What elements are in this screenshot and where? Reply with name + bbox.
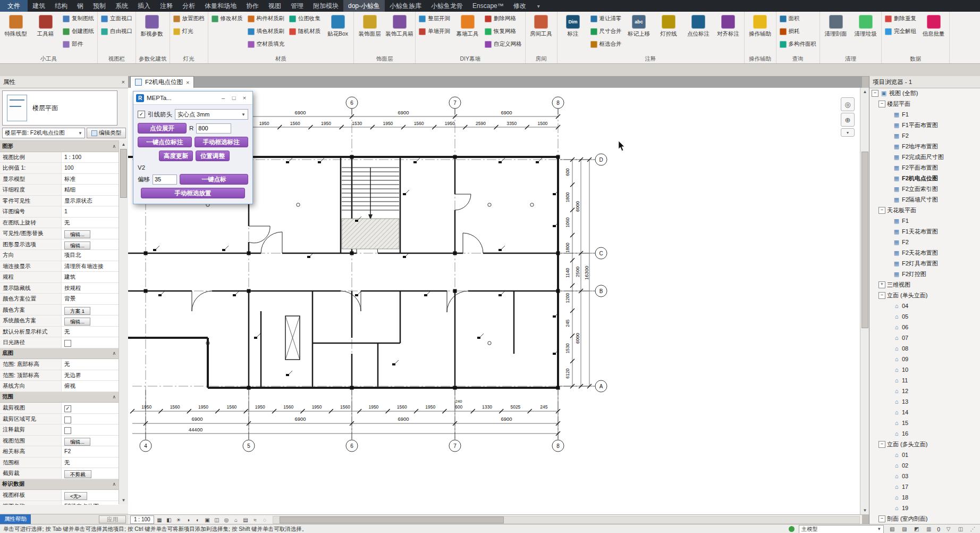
finish-toolbox-button[interactable]: 装饰工具箱 xyxy=(385,12,414,49)
tree-expander-icon[interactable]: − xyxy=(872,90,878,97)
property-value[interactable]: F2机电点位图 xyxy=(62,501,119,505)
scroll-down-icon[interactable]: ▼ xyxy=(860,506,869,514)
property-value[interactable]: 无边界 xyxy=(62,370,119,381)
crop-view-icon[interactable]: ▣ xyxy=(203,516,212,524)
delete-duplicate-button[interactable]: 删除重复 xyxy=(883,12,918,25)
property-section-header[interactable]: 图形∧ xyxy=(0,141,119,152)
wall-opening-button[interactable]: 单墙开洞 xyxy=(417,25,452,38)
property-edit-button[interactable]: 编辑... xyxy=(64,230,90,238)
property-edit-button[interactable]: 编辑... xyxy=(64,318,90,326)
ribbon-tab[interactable]: dop-小鲸鱼 xyxy=(343,0,385,12)
tree-item[interactable]: ⌂17 xyxy=(869,481,980,492)
tree-item[interactable]: −天花板平面 xyxy=(869,205,980,215)
ribbon-tab[interactable]: 系统 xyxy=(111,0,133,12)
property-value[interactable]: 无 xyxy=(62,457,119,468)
tree-item[interactable]: ⌂08 xyxy=(869,343,980,354)
curtain-tool-button[interactable]: 幕墙工具 xyxy=(453,12,482,49)
dialog-title-bar[interactable]: R MEPTa... – □ × xyxy=(133,91,252,105)
tree-expander-icon[interactable]: − xyxy=(878,515,885,522)
place-drawing-button[interactable]: 放置图档 xyxy=(171,12,207,25)
ribbon-tab[interactable]: 插入 xyxy=(133,0,155,12)
tree-item[interactable]: ▦F1 xyxy=(869,215,980,226)
multi-area-button[interactable]: 多构件面积 xyxy=(778,38,819,51)
align-mark-button[interactable]: 对齐标注 xyxy=(714,12,743,49)
scroll-up-icon[interactable]: ▲ xyxy=(860,88,869,96)
property-edit-button[interactable]: 不剪裁 xyxy=(64,470,91,478)
property-value[interactable]: 俯视 xyxy=(62,381,119,392)
properties-scrollbar[interactable]: ▲ ▼ xyxy=(119,140,128,504)
property-edit-button[interactable]: 编辑... xyxy=(64,241,90,249)
property-value[interactable] xyxy=(62,337,119,348)
property-value[interactable]: 1 xyxy=(62,206,119,217)
property-value[interactable]: 编辑... xyxy=(62,239,119,250)
room-tool-button[interactable]: 房间工具 xyxy=(527,12,556,49)
properties-help-link[interactable]: 属性帮助 xyxy=(0,514,31,524)
elevation-viewport-button[interactable]: 立面视口 xyxy=(99,12,134,25)
meptag-dialog[interactable]: R MEPTa... – □ × ✓ 引线箭头 实心点 3mm ▼ 点位展开 R xyxy=(133,91,253,204)
property-section-header[interactable]: 标识数据∧ xyxy=(0,479,119,490)
property-value[interactable]: 项目北 xyxy=(62,250,119,261)
dim-merge-button[interactable]: 尺寸合并 xyxy=(588,25,624,38)
worksharing-display-icon[interactable]: ≈ xyxy=(251,516,260,524)
tag-up-button[interactable]: abc标记上移 xyxy=(624,12,654,49)
ribbon-tab[interactable]: Enscape™ xyxy=(468,0,509,12)
custom-grid-button[interactable]: 自定义网格 xyxy=(483,38,524,51)
assist-flag-button[interactable]: 操作辅助 xyxy=(746,12,775,49)
bitmap-collect-button[interactable]: 位图收集 xyxy=(287,12,323,25)
property-value[interactable]: 无 xyxy=(62,218,119,228)
tree-item[interactable]: ⌂18 xyxy=(869,492,980,503)
ribbon-tab[interactable]: 视图 xyxy=(264,0,286,12)
ribbon-tab[interactable]: 建筑 xyxy=(28,0,50,12)
press-drag-icon[interactable]: ◩ xyxy=(913,526,920,532)
property-value[interactable]: 背景 xyxy=(62,294,119,304)
tree-item[interactable]: −▣视图 (全部) xyxy=(869,88,980,98)
detail-level-icon[interactable]: ▦ xyxy=(155,516,164,524)
property-value[interactable] xyxy=(62,424,119,435)
tree-item[interactable]: ▦F2平面布置图 xyxy=(869,162,980,173)
create-sheet-button[interactable]: 创建图纸 xyxy=(61,25,96,38)
manual-box-mark-button[interactable]: 手动框选标注 xyxy=(195,137,249,147)
tree-item[interactable]: −楼层平面 xyxy=(869,98,980,109)
property-value[interactable]: 显示原状态 xyxy=(62,196,119,206)
tree-item[interactable]: ▦F1 xyxy=(869,109,980,120)
fill-material-brush-button[interactable]: 填色材质刷 xyxy=(246,25,287,38)
property-value[interactable]: F2 xyxy=(62,446,119,457)
edit-material-button[interactable]: 修改材质 xyxy=(209,12,245,25)
tree-item[interactable]: ▦F1天花布置图 xyxy=(869,226,980,237)
navbar-options-icon[interactable]: ▾ xyxy=(841,128,855,137)
light-control-line-button[interactable]: 灯控线 xyxy=(654,12,683,49)
dim-button[interactable]: Dim标注 xyxy=(559,12,588,49)
reveal-hidden-elements-icon[interactable]: ⌂ xyxy=(232,516,241,524)
close-icon[interactable]: × xyxy=(122,79,125,85)
property-section-header[interactable]: 底图∧ xyxy=(0,348,119,360)
property-edit-button[interactable]: 编辑... xyxy=(64,438,90,446)
editable-only-icon[interactable]: ▧ xyxy=(888,526,896,532)
dot-style-select[interactable]: 实心点 3mm ▼ xyxy=(175,109,248,120)
exclude-options-icon[interactable]: ▨ xyxy=(900,526,908,532)
property-edit-button[interactable]: 方案 1 xyxy=(64,307,90,315)
ribbon-tab[interactable]: 附加模块 xyxy=(308,0,343,12)
tree-item[interactable]: −剖面 (室内剖面) xyxy=(869,513,980,524)
ribbon-tab[interactable]: 管理 xyxy=(286,0,308,12)
ribbon-tab[interactable]: 体量和场地 xyxy=(200,0,241,12)
tree-item[interactable]: −立面 (单头立面) xyxy=(869,290,980,301)
line-style-button[interactable]: 特殊线型 xyxy=(1,12,30,49)
scrollbar-thumb[interactable] xyxy=(280,517,504,523)
ribbon-tab[interactable]: 分析 xyxy=(178,0,200,12)
sun-path-icon[interactable]: ☀ xyxy=(174,516,183,524)
loss-button[interactable]: 损耗 xyxy=(778,25,819,38)
minimize-icon[interactable]: – xyxy=(218,95,229,101)
tree-item[interactable]: ⌂19 xyxy=(869,503,980,513)
ribbon-tab[interactable]: 注释 xyxy=(155,0,178,12)
property-value[interactable] xyxy=(62,414,119,424)
tree-item[interactable]: ⌂13 xyxy=(869,396,980,407)
ribbon-tab[interactable]: 钢 xyxy=(72,0,88,12)
tree-item[interactable]: ▦F2 xyxy=(869,130,980,141)
floor-opening-button[interactable]: 整层开洞 xyxy=(417,12,452,25)
ribbon-tab[interactable]: 修改 xyxy=(509,0,531,12)
clean-section-button[interactable]: 清理剖面 xyxy=(821,12,850,49)
scrollbar-thumb[interactable] xyxy=(861,152,868,328)
tree-expander-icon[interactable]: + xyxy=(878,281,885,288)
tree-expander-icon[interactable]: − xyxy=(878,101,885,107)
panel-toggle-icon[interactable]: ◫ xyxy=(957,526,965,532)
